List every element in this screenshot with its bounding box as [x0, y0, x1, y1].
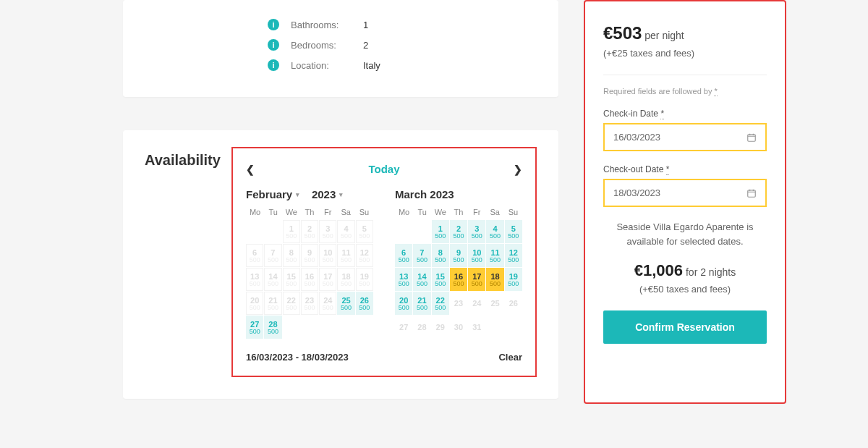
- calendar-day: 4500: [337, 220, 354, 243]
- detail-row-bathrooms: i Bathrooms: 1: [145, 14, 537, 35]
- location-value: Italy: [363, 60, 380, 71]
- calendar-day[interactable]: 14500: [413, 268, 430, 291]
- calendar-day: 24500: [319, 292, 336, 315]
- bathrooms-value: 1: [363, 20, 368, 30]
- calendar-day: 7500: [264, 244, 281, 267]
- calendar-day: 30: [450, 316, 467, 339]
- booking-panel: €503 per night (+€25 taxes and fees) Req…: [584, 0, 786, 404]
- calendar-day: [264, 220, 281, 243]
- calendar-day[interactable]: 11500: [486, 244, 503, 267]
- bedrooms-label: Bedrooms:: [291, 40, 363, 51]
- svg-rect-1: [748, 190, 756, 196]
- calendar-day[interactable]: 18500: [486, 268, 503, 291]
- calendar-day[interactable]: 6500: [395, 244, 412, 267]
- month-title-march: March 2023: [395, 188, 522, 200]
- calendar-day: 18500: [337, 268, 354, 291]
- calendar-day: 3500: [319, 220, 336, 243]
- calendar-day: 29: [432, 316, 449, 339]
- dow-label: Tu: [413, 208, 431, 216]
- required-fields-note: Required fields are followed by *: [603, 87, 767, 96]
- location-label: Location:: [291, 60, 363, 71]
- calendar-day[interactable]: 15500: [432, 268, 449, 291]
- calendar-day[interactable]: 16500: [450, 268, 467, 291]
- calendar-day[interactable]: 26500: [356, 292, 373, 315]
- calendar-day[interactable]: 5500: [505, 220, 522, 243]
- bedrooms-value: 2: [363, 40, 368, 51]
- calendar-day: 14500: [264, 268, 281, 291]
- calendar-day: 13500: [246, 268, 263, 291]
- calendar-day: 24: [468, 292, 485, 315]
- calendar-day: 31: [468, 316, 485, 339]
- year-select[interactable]: 2023 ▾: [312, 188, 343, 200]
- calendar-day: 25: [486, 292, 503, 315]
- checkin-input[interactable]: [613, 132, 746, 143]
- calendar-day[interactable]: 13500: [395, 268, 412, 291]
- today-button[interactable]: Today: [368, 163, 399, 175]
- calendar-day: 8500: [283, 244, 300, 267]
- calendar-day[interactable]: 20500: [395, 292, 412, 315]
- detail-row-location: i Location: Italy: [145, 55, 537, 75]
- clear-button[interactable]: Clear: [498, 352, 522, 363]
- calendar-month-march: March 2023 MoTuWeThFrSaSu 15002500350045…: [395, 188, 522, 339]
- dow-label: Fr: [319, 208, 337, 216]
- calendar-day: 17500: [319, 268, 336, 291]
- calendar-day: 9500: [301, 244, 318, 267]
- checkout-label: Check-out Date *: [603, 164, 767, 174]
- calendar-day: [395, 220, 412, 243]
- divider: [603, 75, 767, 75]
- calendar-day[interactable]: 19500: [505, 268, 522, 291]
- dow-label: We: [431, 208, 449, 216]
- dow-label: Sa: [486, 208, 504, 216]
- calendar-day[interactable]: 12500: [505, 244, 522, 267]
- calendar-day: 11500: [337, 244, 354, 267]
- calendar-day[interactable]: 4500: [486, 220, 503, 243]
- calendar-day: 2500: [301, 220, 318, 243]
- calendar-day: 15500: [283, 268, 300, 291]
- checkout-input-wrap[interactable]: [603, 179, 767, 207]
- calendar-day: 10500: [319, 244, 336, 267]
- prev-month-button[interactable]: ❮: [246, 164, 255, 175]
- calendar-day[interactable]: 27500: [246, 316, 263, 339]
- selected-date-range: 16/03/2023 - 18/03/2023: [246, 352, 349, 363]
- calendar-icon: [746, 188, 757, 198]
- dow-label: Th: [449, 208, 467, 216]
- calendar-day: 6500: [246, 244, 263, 267]
- checkout-input[interactable]: [613, 187, 746, 198]
- calendar-day: 23: [450, 292, 467, 315]
- calendar-day: 16500: [301, 268, 318, 291]
- confirm-reservation-button[interactable]: Confirm Reservation: [603, 310, 767, 344]
- info-icon: i: [268, 19, 279, 30]
- detail-row-bedrooms: i Bedrooms: 2: [145, 35, 537, 55]
- calendar-day[interactable]: 7500: [413, 244, 430, 267]
- info-icon: i: [268, 39, 279, 51]
- dow-label: Mo: [395, 208, 413, 216]
- checkin-input-wrap[interactable]: [603, 123, 767, 151]
- svg-rect-0: [748, 134, 756, 140]
- checkin-label: Check-in Date *: [603, 109, 767, 119]
- calendar-day[interactable]: 3500: [468, 220, 485, 243]
- calendar-day[interactable]: 21500: [413, 292, 430, 315]
- calendar-day[interactable]: 10500: [468, 244, 485, 267]
- calendar-day: 28: [413, 316, 430, 339]
- calendar-icon: [746, 132, 757, 143]
- price-per-night: €503 per night: [603, 23, 767, 43]
- calendar-day[interactable]: 1500: [432, 220, 449, 243]
- dow-label: Su: [355, 208, 373, 216]
- price-value: €503: [603, 23, 642, 43]
- calendar-day: 21500: [264, 292, 281, 315]
- calendar-day: 5500: [356, 220, 373, 243]
- next-month-button[interactable]: ❯: [514, 164, 522, 175]
- chevron-down-icon: ▾: [296, 191, 299, 198]
- calendar-day[interactable]: 22500: [432, 292, 449, 315]
- calendar-day: 12500: [356, 244, 373, 267]
- calendar-day[interactable]: 25500: [337, 292, 354, 315]
- calendar-day[interactable]: 9500: [450, 244, 467, 267]
- calendar-day[interactable]: 8500: [432, 244, 449, 267]
- calendar-day[interactable]: 2500: [450, 220, 467, 243]
- bathrooms-label: Bathrooms:: [291, 20, 363, 30]
- total-taxes: (+€50 taxes and fees): [603, 284, 767, 295]
- calendar-day[interactable]: 28500: [264, 316, 281, 339]
- month-select[interactable]: February ▾: [246, 188, 299, 200]
- calendar-container: ❮ Today ❯ February ▾ 2023 ▾: [231, 147, 537, 377]
- calendar-day[interactable]: 17500: [468, 268, 485, 291]
